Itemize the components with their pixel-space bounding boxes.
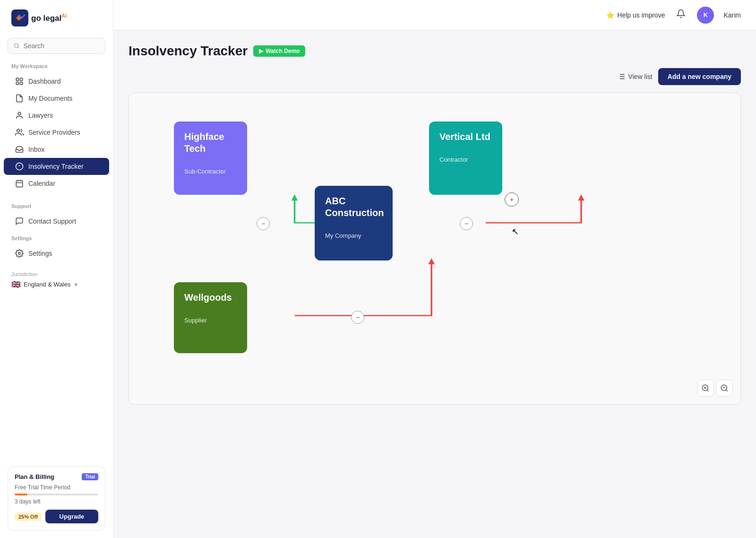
- uk-flag-icon: 🇬🇧: [11, 280, 21, 289]
- sidebar-item-contact-support[interactable]: Contact Support: [4, 213, 109, 230]
- sidebar-item-inbox[interactable]: Inbox: [4, 141, 109, 158]
- progress-bar: [15, 494, 98, 495]
- cursor: ↖: [512, 226, 519, 237]
- support-section-label: Support: [0, 203, 113, 213]
- avatar: K: [697, 7, 714, 24]
- disconnect-highface-button[interactable]: −: [257, 217, 270, 230]
- svg-rect-5: [20, 82, 23, 85]
- svg-line-26: [707, 390, 708, 391]
- svg-rect-4: [16, 82, 18, 85]
- svg-rect-2: [16, 78, 18, 80]
- grid-icon: [15, 77, 24, 86]
- plan-billing-section: Plan & Billing Trial Free Trial Time Per…: [0, 462, 113, 530]
- sidebar-item-calendar[interactable]: Calendar: [4, 175, 109, 192]
- calendar-icon: [15, 179, 24, 188]
- zoom-in-icon: [701, 384, 710, 392]
- inbox-icon: [15, 145, 24, 154]
- sidebar-item-dashboard[interactable]: Dashboard: [4, 73, 109, 90]
- vertical-name: Vertical Ltd: [439, 131, 492, 143]
- list-icon: [617, 72, 626, 81]
- add-connection-vertical-button[interactable]: +: [505, 192, 519, 207]
- svg-line-30: [726, 390, 727, 391]
- zoom-controls: [697, 380, 733, 397]
- person-icon: [15, 111, 24, 120]
- diagram-inner: Highface Tech Sub-Contractor ABC Constru…: [129, 93, 740, 404]
- plan-title: Plan & Billing: [15, 473, 54, 480]
- upgrade-row: 25% Off Upgrade: [15, 510, 98, 523]
- plan-description: Free Trial Time Period: [15, 484, 98, 491]
- search-box[interactable]: [8, 38, 105, 54]
- zoom-out-icon: [720, 384, 729, 392]
- company-card-abc[interactable]: ABC Construction My Company: [315, 186, 393, 260]
- upgrade-button[interactable]: Upgrade: [45, 510, 98, 523]
- actions-row: View list Add a new company: [129, 68, 741, 85]
- svg-marker-24: [429, 258, 435, 264]
- topbar: ⭐ Help us improve K Karim: [113, 0, 756, 30]
- sidebar: go legalAi My Workspace Dashboard My Doc…: [0, 0, 113, 538]
- days-left: 3 days left: [15, 498, 98, 505]
- main-content: ⭐ Help us improve K Karim Insolvency Tra…: [113, 0, 756, 538]
- svg-rect-11: [16, 181, 23, 187]
- notification-bell-button[interactable]: [674, 7, 687, 23]
- workspace-label: My Workspace: [0, 63, 113, 73]
- wellgoods-role: Supplier: [184, 317, 237, 324]
- svg-point-6: [18, 112, 21, 115]
- user-name: Karim: [723, 11, 741, 19]
- lawyers-label: Lawyers: [28, 112, 53, 119]
- inbox-label: Inbox: [28, 146, 44, 153]
- insolvency-tracker-label: Insolvency Tracker: [28, 163, 84, 170]
- sidebar-item-lawyers[interactable]: Lawyers: [4, 107, 109, 124]
- avatar-initials: K: [704, 11, 708, 18]
- watch-demo-label: Watch Demo: [266, 48, 300, 54]
- jurisdiction-text: England & Wales: [24, 281, 70, 288]
- plan-billing-card: Plan & Billing Trial Free Trial Time Per…: [8, 466, 105, 530]
- help-us-label: Help us improve: [617, 11, 665, 19]
- sidebar-item-my-documents[interactable]: My Documents: [4, 90, 109, 107]
- svg-marker-22: [292, 194, 298, 200]
- jurisdiction-section: Jurisdiction 🇬🇧 England & Wales ▼: [0, 268, 113, 289]
- svg-rect-3: [20, 78, 23, 80]
- svg-point-1: [15, 43, 18, 47]
- settings-section-label: Settings: [0, 235, 113, 245]
- abc-role: My Company: [325, 232, 382, 239]
- company-card-highface[interactable]: Highface Tech Sub-Contractor: [174, 121, 247, 195]
- company-card-vertical[interactable]: Vertical Ltd Contractor: [429, 121, 502, 195]
- zoom-out-button[interactable]: [716, 380, 733, 397]
- disconnect-wellgoods-button[interactable]: −: [351, 311, 364, 324]
- sidebar-item-service-providers[interactable]: Service Providers: [4, 124, 109, 141]
- dashboard-label: Dashboard: [28, 78, 61, 85]
- svg-point-15: [18, 252, 21, 255]
- abc-name: ABC Construction: [325, 195, 382, 219]
- sidebar-item-settings[interactable]: Settings: [4, 245, 109, 262]
- contact-support-label: Contact Support: [28, 217, 76, 225]
- disconnect-vertical-button[interactable]: −: [460, 217, 473, 230]
- wellgoods-name: Wellgoods: [184, 292, 237, 304]
- watch-demo-button[interactable]: ▶ Watch Demo: [253, 45, 305, 57]
- chevron-down-icon: ▼: [73, 282, 78, 287]
- search-input[interactable]: [23, 42, 99, 50]
- page-content: Insolvency Tracker ▶ Watch Demo View lis…: [113, 30, 756, 538]
- settings-label: Settings: [28, 250, 52, 257]
- sidebar-item-insolvency-tracker[interactable]: Insolvency Tracker: [4, 158, 109, 175]
- help-us-improve[interactable]: ⭐ Help us improve: [606, 11, 665, 19]
- search-icon: [14, 43, 19, 49]
- progress-fill: [15, 494, 27, 495]
- chat-icon: [15, 217, 24, 226]
- my-documents-label: My Documents: [28, 95, 72, 102]
- highface-name: Highface Tech: [184, 131, 237, 155]
- svg-point-7: [17, 129, 20, 132]
- svg-marker-23: [578, 194, 584, 200]
- calendar-label: Calendar: [28, 180, 55, 187]
- star-icon: ⭐: [606, 11, 614, 19]
- zoom-in-button[interactable]: [697, 380, 714, 397]
- company-card-wellgoods[interactable]: Wellgoods Supplier: [174, 282, 247, 353]
- page-title: Insolvency Tracker: [129, 43, 248, 59]
- add-company-button[interactable]: Add a new company: [658, 68, 741, 85]
- tracker-icon: [15, 162, 24, 171]
- logo: go legalAi: [0, 0, 113, 38]
- view-list-button[interactable]: View list: [617, 72, 653, 81]
- main-nav: Dashboard My Documents Lawyers Service P…: [0, 73, 113, 192]
- trial-badge: Trial: [82, 473, 98, 480]
- jurisdiction-value[interactable]: 🇬🇧 England & Wales ▼: [11, 280, 102, 289]
- service-providers-label: Service Providers: [28, 129, 80, 136]
